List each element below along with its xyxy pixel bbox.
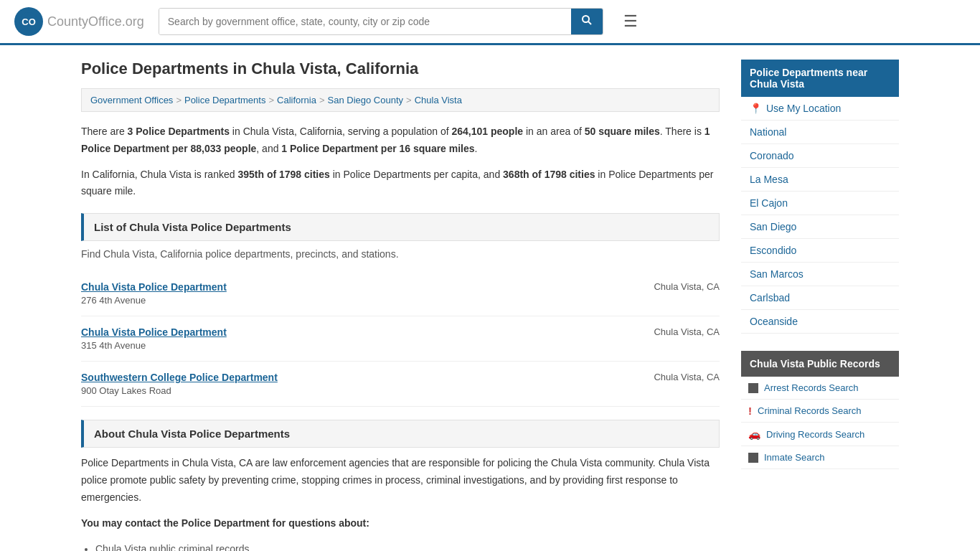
dept-link-3[interactable]: Southwestern College Police Department bbox=[81, 372, 278, 383]
site-header: CO CountyOffice.org ☰ bbox=[0, 0, 980, 45]
sidebar-inmate-search[interactable]: Inmate Search bbox=[741, 446, 899, 469]
rank-sq: 368th of 1798 cities bbox=[503, 169, 595, 180]
page-container: Police Departments in Chula Vista, Calif… bbox=[67, 45, 913, 551]
dept-address-2: 315 4th Avenue bbox=[81, 340, 227, 351]
inmate-search-icon bbox=[748, 453, 758, 463]
dept-entry-3: Southwestern College Police Department 9… bbox=[81, 362, 720, 407]
sidebar-public-records-section: Chula Vista Public Records Arrest Record… bbox=[741, 351, 899, 469]
sidebar-arrest-records[interactable]: Arrest Records Search bbox=[741, 377, 899, 400]
breadcrumb: Government Offices > Police Departments … bbox=[81, 88, 720, 112]
sidebar-link-san-marcos[interactable]: San Marcos bbox=[750, 268, 890, 280]
search-bar bbox=[159, 8, 603, 35]
sidebar-item-san-marcos[interactable]: San Marcos bbox=[741, 263, 899, 286]
about-contact-list: Chula Vista public criminal records bbox=[81, 540, 720, 551]
breadcrumb-sep-3: > bbox=[319, 95, 325, 105]
sidebar-public-records-title: Chula Vista Public Records bbox=[741, 351, 899, 377]
sidebar-nearby-title: Police Departments near Chula Vista bbox=[741, 60, 899, 97]
stats-paragraph-1: There are 3 Police Departments in Chula … bbox=[81, 123, 720, 158]
list-section-title: List of Chula Vista Police Departments bbox=[94, 221, 291, 233]
about-contact-heading-text: You may contact the Police Department fo… bbox=[81, 517, 369, 529]
logo-text: CountyOffice.org bbox=[47, 14, 144, 29]
main-content: Police Departments in Chula Vista, Calif… bbox=[81, 60, 720, 551]
search-button[interactable] bbox=[571, 9, 603, 34]
dept-count: 3 Police Departments bbox=[128, 126, 230, 137]
list-section-desc: Find Chula Vista, California police depa… bbox=[81, 248, 720, 260]
breadcrumb-sep-4: > bbox=[406, 95, 412, 105]
rank-capita: 395th of 1798 cities bbox=[237, 169, 329, 180]
search-input[interactable] bbox=[159, 9, 571, 34]
use-my-location-link[interactable]: 📍 Use My Location bbox=[750, 103, 890, 114]
dept-info-1: Chula Vista Police Department 276 4th Av… bbox=[81, 281, 227, 306]
arrest-records-icon bbox=[748, 383, 758, 393]
dept-address-3: 900 Otay Lakes Road bbox=[81, 385, 278, 396]
sidebar-link-oceanside[interactable]: Oceanside bbox=[750, 316, 890, 327]
sidebar-link-coronado[interactable]: Coronado bbox=[750, 150, 890, 161]
breadcrumb-sep-1: > bbox=[176, 95, 182, 105]
sidebar-item-coronado[interactable]: Coronado bbox=[741, 144, 899, 168]
sidebar-item-san-diego[interactable]: San Diego bbox=[741, 215, 899, 239]
dept-name-2: Chula Vista Police Department bbox=[81, 326, 227, 338]
about-contact-item-1: Chula Vista public criminal records bbox=[95, 540, 720, 551]
breadcrumb-chula-vista[interactable]: Chula Vista bbox=[415, 95, 462, 105]
breadcrumb-police-departments[interactable]: Police Departments bbox=[184, 95, 265, 105]
dept-entry-1: Chula Vista Police Department 276 4th Av… bbox=[81, 271, 720, 316]
dept-info-3: Southwestern College Police Department 9… bbox=[81, 372, 278, 396]
sidebar-item-oceanside[interactable]: Oceanside bbox=[741, 310, 899, 334]
dept-list: Chula Vista Police Department 276 4th Av… bbox=[81, 271, 720, 407]
logo[interactable]: CO CountyOffice.org bbox=[14, 7, 144, 36]
sidebar-public-records-title-text: Chula Vista Public Records bbox=[750, 358, 880, 369]
dept-location-2: Chula Vista, CA bbox=[633, 326, 720, 337]
sidebar-link-el-cajon[interactable]: El Cajon bbox=[750, 197, 890, 209]
svg-point-2 bbox=[583, 16, 589, 22]
sidebar-use-my-location[interactable]: 📍 Use My Location bbox=[741, 97, 899, 121]
dept-entry-2: Chula Vista Police Department 315 4th Av… bbox=[81, 316, 720, 362]
sidebar-link-san-diego[interactable]: San Diego bbox=[750, 221, 890, 232]
page-title: Police Departments in Chula Vista, Calif… bbox=[81, 60, 720, 78]
sidebar-item-el-cajon[interactable]: El Cajon bbox=[741, 192, 899, 215]
about-contact-heading: You may contact the Police Department fo… bbox=[81, 515, 720, 532]
sidebar-item-escondido[interactable]: Escondido bbox=[741, 239, 899, 263]
breadcrumb-san-diego-county[interactable]: San Diego County bbox=[328, 95, 404, 105]
per-sq: 1 Police Department per 16 square miles bbox=[281, 143, 474, 154]
driving-records-icon: 🚗 bbox=[748, 428, 760, 440]
dept-link-2[interactable]: Chula Vista Police Department bbox=[81, 326, 227, 338]
sidebar-criminal-records[interactable]: ! Criminal Records Search bbox=[741, 400, 899, 423]
svg-text:CO: CO bbox=[22, 17, 36, 27]
driving-records-link[interactable]: Driving Records Search bbox=[766, 429, 864, 440]
dept-name-3: Southwestern College Police Department bbox=[81, 372, 278, 383]
sidebar-nearby-title-text: Police Departments near Chula Vista bbox=[750, 67, 867, 90]
breadcrumb-california[interactable]: California bbox=[277, 95, 316, 105]
list-section-header: List of Chula Vista Police Departments bbox=[81, 213, 720, 241]
population: 264,101 people bbox=[451, 126, 523, 137]
svg-line-3 bbox=[588, 22, 591, 24]
sidebar-link-national[interactable]: National bbox=[750, 126, 890, 138]
about-section-title: About Chula Vista Police Departments bbox=[94, 428, 290, 440]
logo-icon: CO bbox=[14, 7, 43, 36]
sidebar-item-carlsbad[interactable]: Carlsbad bbox=[741, 286, 899, 310]
area: 50 square miles bbox=[585, 126, 660, 137]
inmate-search-link[interactable]: Inmate Search bbox=[764, 452, 825, 463]
sidebar-driving-records[interactable]: 🚗 Driving Records Search bbox=[741, 423, 899, 446]
dept-name-1: Chula Vista Police Department bbox=[81, 281, 227, 293]
sidebar-link-la-mesa[interactable]: La Mesa bbox=[750, 174, 890, 185]
dept-location-3: Chula Vista, CA bbox=[633, 372, 720, 382]
sidebar-link-carlsbad[interactable]: Carlsbad bbox=[750, 292, 890, 303]
dept-info-2: Chula Vista Police Department 315 4th Av… bbox=[81, 326, 227, 351]
criminal-records-link[interactable]: Criminal Records Search bbox=[758, 405, 862, 416]
dept-location-1: Chula Vista, CA bbox=[633, 281, 720, 292]
sidebar-link-escondido[interactable]: Escondido bbox=[750, 245, 890, 256]
stats-paragraph-2: In California, Chula Vista is ranked 395… bbox=[81, 166, 720, 201]
use-my-location-label: Use My Location bbox=[766, 103, 841, 114]
sidebar-item-national[interactable]: National bbox=[741, 121, 899, 144]
about-section-header: About Chula Vista Police Departments bbox=[81, 420, 720, 448]
sidebar-nearby-section: Police Departments near Chula Vista 📍 Us… bbox=[741, 60, 899, 334]
sidebar: Police Departments near Chula Vista 📍 Us… bbox=[741, 60, 899, 551]
dept-link-1[interactable]: Chula Vista Police Department bbox=[81, 281, 227, 293]
dept-address-1: 276 4th Avenue bbox=[81, 295, 227, 306]
arrest-records-link[interactable]: Arrest Records Search bbox=[764, 382, 859, 393]
hamburger-menu-button[interactable]: ☰ bbox=[618, 9, 644, 34]
breadcrumb-government-offices[interactable]: Government Offices bbox=[90, 95, 173, 105]
criminal-records-icon: ! bbox=[748, 405, 752, 416]
sidebar-item-la-mesa[interactable]: La Mesa bbox=[741, 168, 899, 192]
location-pin-icon: 📍 bbox=[750, 103, 762, 114]
